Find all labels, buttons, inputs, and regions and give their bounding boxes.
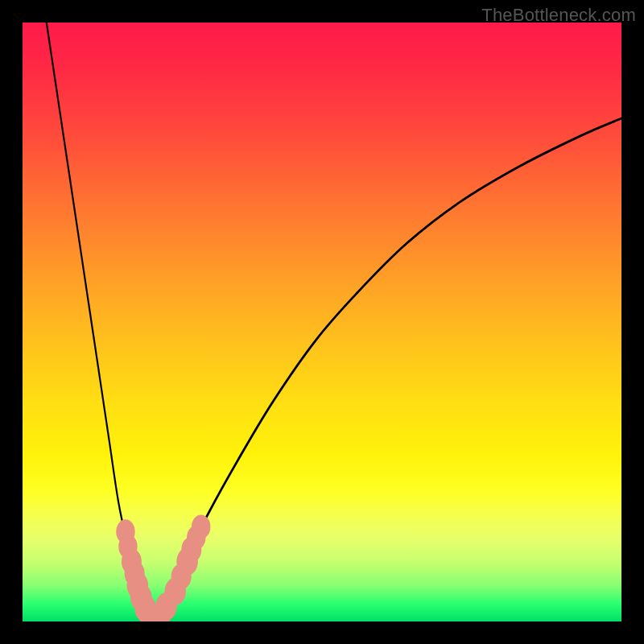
curve-left-branch bbox=[47, 23, 155, 621]
data-marker bbox=[192, 514, 210, 539]
curve-right-branch bbox=[155, 118, 621, 621]
chart-svg bbox=[23, 23, 621, 621]
marker-group bbox=[116, 514, 210, 621]
watermark-text: TheBottleneck.com bbox=[481, 5, 636, 26]
